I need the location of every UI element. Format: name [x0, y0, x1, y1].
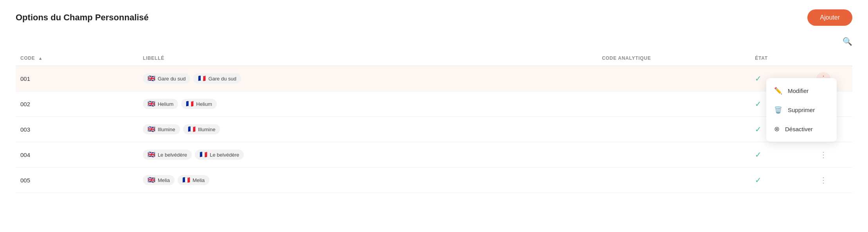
table-row: 002🇬🇧Helium🇫🇷Helium✓⋮ — [16, 91, 852, 117]
flag-icon: 🇬🇧 — [148, 101, 155, 107]
tag-label: Helium — [196, 101, 212, 107]
table-header: CODE ▲ LIBELLÉ CODE ANALYTIQUE ÉTAT — [16, 52, 852, 66]
flag-icon: 🇬🇧 — [148, 152, 155, 158]
table-body: 001🇬🇧Gare du sud🇫🇷Gare du sud✓⋮002🇬🇧Heli… — [16, 66, 852, 193]
language-tag: 🇫🇷Le belvédère — [195, 150, 244, 160]
cell-libelle: 🇬🇧Illumine🇫🇷Illumine — [138, 117, 597, 142]
language-tag: 🇬🇧Le belvédère — [143, 150, 192, 160]
col-header-analytique[interactable]: CODE ANALYTIQUE — [597, 52, 750, 66]
flag-icon: 🇫🇷 — [198, 75, 206, 82]
tag-label: Melia — [193, 177, 205, 183]
menu-item-desactiver[interactable]: ⊗ Désactiver — [766, 120, 837, 139]
language-tag: 🇫🇷Gare du sud — [193, 73, 241, 84]
cell-analytique — [597, 142, 750, 168]
status-active-icon: ✓ — [755, 125, 762, 134]
col-header-etat[interactable]: ÉTAT — [750, 52, 811, 66]
page-header: Options du Champ Personnalisé Ajouter — [16, 9, 852, 26]
cell-libelle: 🇬🇧Gare du sud🇫🇷Gare du sud — [138, 66, 597, 91]
flag-icon: 🇫🇷 — [200, 152, 207, 158]
page-title: Options du Champ Personnalisé — [16, 12, 149, 23]
row-actions-button[interactable]: ⋮ — [816, 148, 830, 161]
col-header-code[interactable]: CODE ▲ — [16, 52, 138, 66]
tag-label: Illumine — [198, 127, 216, 132]
cell-analytique — [597, 66, 750, 91]
search-icon[interactable]: 🔍 — [843, 37, 852, 46]
tag-label: Le belvédère — [158, 152, 187, 158]
language-tag: 🇫🇷Helium — [181, 99, 216, 109]
col-header-libelle[interactable]: LIBELLÉ — [138, 52, 597, 66]
flag-icon: 🇫🇷 — [182, 177, 190, 183]
flag-icon: 🇬🇧 — [148, 126, 155, 132]
cell-code: 002 — [16, 91, 138, 117]
tag-label: Gare du sud — [208, 76, 236, 82]
cell-libelle: 🇬🇧Le belvédère🇫🇷Le belvédère — [138, 142, 597, 168]
status-active-icon: ✓ — [755, 176, 762, 184]
cell-code: 004 — [16, 142, 138, 168]
language-tag: 🇫🇷Illumine — [183, 124, 220, 134]
status-active-icon: ✓ — [755, 74, 762, 83]
cell-code: 005 — [16, 168, 138, 193]
menu-item-modifier[interactable]: ✏️ Modifier — [766, 81, 837, 100]
search-row: 🔍 — [16, 37, 852, 46]
edit-icon: ✏️ — [774, 87, 782, 95]
language-tag: 🇫🇷Melia — [178, 175, 209, 185]
table-row: 005🇬🇧Melia🇫🇷Melia✓⋮ — [16, 168, 852, 193]
status-active-icon: ✓ — [755, 100, 762, 108]
cell-libelle: 🇬🇧Helium🇫🇷Helium — [138, 91, 597, 117]
flag-icon: 🇫🇷 — [186, 101, 194, 107]
flag-icon: 🇬🇧 — [148, 75, 155, 82]
add-button[interactable]: Ajouter — [807, 9, 852, 26]
sort-asc-icon: ▲ — [38, 56, 43, 61]
status-active-icon: ✓ — [755, 150, 762, 159]
flag-icon: 🇬🇧 — [148, 177, 155, 183]
cell-analytique — [597, 117, 750, 142]
deactivate-icon: ⊗ — [774, 125, 780, 133]
table-row: 004🇬🇧Le belvédère🇫🇷Le belvédère✓⋮ — [16, 142, 852, 168]
tag-label: Illumine — [158, 127, 175, 132]
cell-etat: ✓ — [750, 142, 811, 168]
tag-label: Helium — [158, 101, 173, 107]
col-header-actions — [812, 52, 852, 66]
cell-analytique — [597, 168, 750, 193]
menu-item-supprimer[interactable]: 🗑️ Supprimer — [766, 100, 837, 120]
table-row: 001🇬🇧Gare du sud🇫🇷Gare du sud✓⋮ — [16, 66, 852, 91]
language-tag: 🇬🇧Melia — [143, 175, 175, 185]
options-table: CODE ▲ LIBELLÉ CODE ANALYTIQUE ÉTAT 001🇬… — [16, 52, 852, 193]
context-menu: ✏️ Modifier 🗑️ Supprimer ⊗ Désactiver — [766, 78, 837, 142]
page: Options du Champ Personnalisé Ajouter 🔍 … — [0, 0, 868, 232]
language-tag: 🇬🇧Illumine — [143, 124, 180, 134]
tag-label: Gare du sud — [158, 76, 186, 82]
language-tag: 🇬🇧Gare du sud — [143, 73, 191, 84]
tag-label: Melia — [158, 177, 170, 183]
cell-code: 001 — [16, 66, 138, 91]
cell-etat: ✓ — [750, 168, 811, 193]
tag-label: Le belvédère — [210, 152, 239, 158]
trash-icon: 🗑️ — [774, 106, 782, 114]
row-actions-button[interactable]: ⋮ — [816, 174, 830, 186]
cell-analytique — [597, 91, 750, 117]
cell-code: 003 — [16, 117, 138, 142]
flag-icon: 🇫🇷 — [188, 126, 196, 132]
cell-libelle: 🇬🇧Melia🇫🇷Melia — [138, 168, 597, 193]
language-tag: 🇬🇧Helium — [143, 99, 178, 109]
cell-actions: ⋮ — [812, 142, 852, 168]
cell-actions: ⋮ — [812, 168, 852, 193]
table-row: 003🇬🇧Illumine🇫🇷Illumine✓⋮ — [16, 117, 852, 142]
